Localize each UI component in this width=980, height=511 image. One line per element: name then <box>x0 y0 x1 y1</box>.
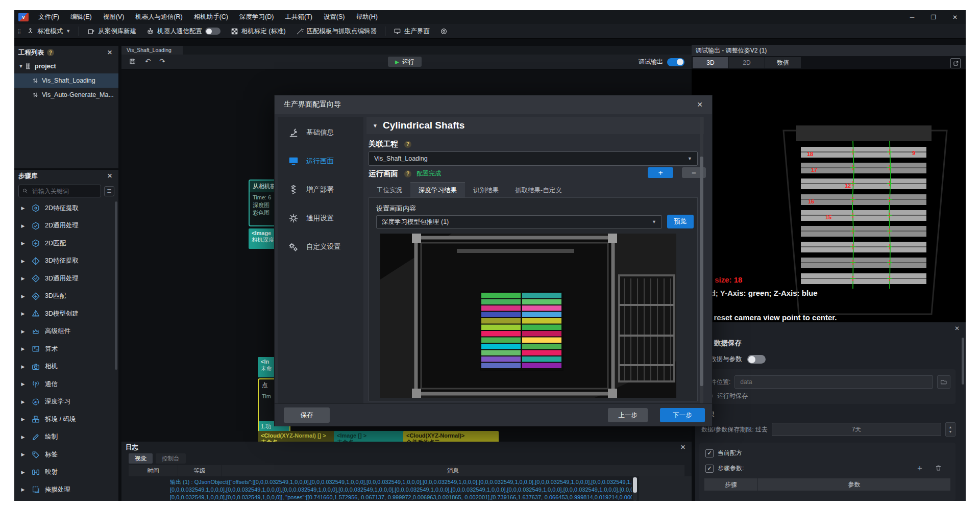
table-header-step[interactable]: 步骤 <box>704 478 757 491</box>
step-category[interactable]: ▶ 相机 <box>14 358 118 376</box>
close-icon[interactable]: ✕ <box>944 10 966 24</box>
spinner-buttons[interactable]: ▲▼ <box>945 422 955 437</box>
toolbar-drag-handle[interactable]: ⣿ <box>17 29 21 34</box>
step-category[interactable]: ▶ 3D匹配 <box>14 288 118 305</box>
production-interface-button[interactable]: 生产界面 <box>388 24 435 38</box>
log-col-level[interactable]: 等级 <box>178 465 221 476</box>
preview-button[interactable]: 预览 <box>667 215 694 228</box>
output-port-label[interactable]: <Image [] >未命名 <box>334 431 407 442</box>
wizard-nav-monitor[interactable]: 运行画面 <box>278 148 363 174</box>
wizard-nav-gears[interactable]: 自定义设置 <box>278 234 363 260</box>
step-category[interactable]: ▶ 3D通用处理 <box>14 270 118 288</box>
new-from-case-button[interactable]: 从案例库新建 <box>82 24 141 38</box>
menu-item-5[interactable]: 深度学习(D) <box>234 10 279 24</box>
step-category[interactable]: ▶ 2D匹配 <box>14 235 118 252</box>
step-category[interactable]: ▶ 标签 <box>14 446 118 464</box>
standard-mode-button[interactable]: 标准模式 ▼ <box>21 24 76 38</box>
log-tab-控制台[interactable]: 控制台 <box>156 453 186 464</box>
step-category[interactable]: ▶ 掩膜处理 <box>14 481 118 499</box>
camera-calibration-button[interactable]: 相机标定 (标准) <box>226 24 291 38</box>
step-category[interactable]: ▶ 映射 <box>14 464 118 481</box>
file-location-input[interactable] <box>739 378 928 386</box>
menu-item-4[interactable]: 相机助手(C) <box>188 10 234 24</box>
step-category[interactable]: ▶ 绘制 <box>14 428 118 446</box>
log-tab-视觉[interactable]: 视觉 <box>129 453 153 464</box>
debug-tab-3D[interactable]: 3D <box>693 57 728 68</box>
wizard-title-bar[interactable]: 生产界面配置向导 ✕ <box>275 95 712 114</box>
save-icon[interactable] <box>129 58 136 67</box>
viewport-3d[interactable]: 18917121615 ist 1: size: 18 s: red; Y-Ax… <box>692 69 966 322</box>
step-category[interactable]: ▶ 2D特征提取 <box>14 199 118 217</box>
menu-item-8[interactable]: 帮助(H) <box>351 10 383 24</box>
menu-item-3[interactable]: 机器人与通信(R) <box>130 10 188 24</box>
save-data-toggle[interactable] <box>747 355 766 364</box>
step-category[interactable]: ▶ 2D通用处理 <box>14 217 118 235</box>
run-screen-tab-识别结果[interactable]: 识别结果 <box>465 183 507 198</box>
help-icon[interactable]: ? <box>404 141 411 148</box>
step-category[interactable]: ▶ 3D特征提取 <box>14 252 118 270</box>
run-screen-tab-抓取结果-自定义[interactable]: 抓取结果-自定义 <box>507 183 570 198</box>
robot-comm-toggle[interactable] <box>205 28 220 35</box>
template-editor-button[interactable]: 匹配模板与抓取点编辑器 <box>291 24 382 38</box>
content-dropdown[interactable]: 深度学习模型包推理 (1) ▼ <box>376 215 662 228</box>
undo-icon[interactable]: ↶ <box>145 57 151 65</box>
close-icon[interactable]: ✕ <box>105 48 114 57</box>
target-button[interactable] <box>435 24 453 38</box>
step-list-scrollbar[interactable] <box>115 201 117 370</box>
save-button[interactable]: 保存 <box>284 407 330 423</box>
debug-output-toggle[interactable] <box>667 58 684 66</box>
run-button[interactable]: ▶ 运行 <box>388 57 422 67</box>
browse-folder-button[interactable] <box>937 375 950 389</box>
debug-tab-数值[interactable]: 数值 <box>765 57 801 68</box>
wizard-nav-robot-arm[interactable]: 基础信息 <box>278 120 363 145</box>
log-col-message[interactable]: 消息 <box>222 465 684 476</box>
run-screen-tab-工位实况[interactable]: 工位实况 <box>369 183 410 198</box>
help-icon[interactable]: ? <box>404 170 411 177</box>
log-col-time[interactable]: 时间 <box>129 465 178 476</box>
wizard-nav-screw[interactable]: 增产部署 <box>278 177 363 202</box>
output-port-label[interactable]: <Cloud(XYZ-Normal)>合并后的点云 <box>403 431 499 442</box>
log-scrollbar[interactable] <box>633 477 637 501</box>
collapse-icon[interactable]: ▼ <box>373 123 378 129</box>
step-category[interactable]: ▶ 高级组件 <box>14 323 118 341</box>
next-step-button[interactable]: 下一步 <box>660 408 705 422</box>
add-screen-button[interactable]: ＋ <box>648 167 673 178</box>
linked-project-dropdown[interactable]: Vis_Shaft_Loading ▼ <box>369 151 698 166</box>
step-category[interactable]: ▶ 拆垛 / 码垛 <box>14 411 118 428</box>
maximize-icon[interactable]: ❐ <box>923 10 944 24</box>
run-screen-tab-深度学习结果[interactable]: 深度学习结果 <box>410 182 465 198</box>
help-icon[interactable]: ? <box>47 49 54 56</box>
wizard-nav-gear[interactable]: 通用设置 <box>278 206 363 231</box>
log-entry[interactable]: 输出 (1) : QJsonObject({"offsets":[[0,0,0.… <box>170 478 632 501</box>
project-root-row[interactable]: ▼ project <box>14 59 118 73</box>
robot-comm-config-button[interactable]: 机器人通信配置 <box>141 24 226 38</box>
step-category[interactable]: ▶ AI 深度学习 <box>14 393 118 411</box>
redo-icon[interactable]: ↷ <box>159 57 165 65</box>
project-row[interactable]: Vis_Shaft_Loading <box>14 73 118 88</box>
canvas-tab[interactable]: Vis_Shaft_Loading <box>121 46 183 55</box>
menu-item-7[interactable]: 设置(S) <box>318 10 351 24</box>
debug-tab-2D[interactable]: 2D <box>729 57 765 68</box>
step-category[interactable]: ▶ 3D模型创建 <box>14 305 118 323</box>
project-row[interactable]: Vis_Auto-Generate_Ma... <box>14 88 118 102</box>
menu-item-1[interactable]: 编辑(E) <box>65 10 97 24</box>
filter-button[interactable]: ☰ <box>104 186 114 196</box>
step-category[interactable]: ▶ 通信 <box>14 375 118 393</box>
add-icon[interactable]: ＋ <box>916 463 924 474</box>
step-category[interactable]: ▶ 算术 <box>14 340 118 358</box>
assistant-scrollbar[interactable] <box>962 338 964 385</box>
prev-step-button[interactable]: 上一步 <box>608 408 648 422</box>
retention-spinner[interactable]: 7天 <box>772 423 941 436</box>
step-params-checkbox[interactable]: ✓ <box>705 465 714 473</box>
table-header-param[interactable]: 参数 <box>758 478 950 491</box>
pop-out-icon[interactable] <box>950 58 961 68</box>
minimize-icon[interactable]: ─ <box>901 10 923 24</box>
current-recipe-checkbox[interactable]: ✓ <box>705 449 714 457</box>
close-icon[interactable]: ✕ <box>105 171 114 181</box>
close-icon[interactable]: ✕ <box>697 100 703 109</box>
output-port-label[interactable]: <Cloud(XYZ-Normal) [] >未命名 <box>258 431 339 442</box>
wizard-scroll-thumb[interactable] <box>700 157 703 386</box>
trash-icon[interactable] <box>935 464 942 472</box>
close-icon[interactable]: ✕ <box>952 324 962 333</box>
menu-item-0[interactable]: 文件(F) <box>33 10 65 24</box>
